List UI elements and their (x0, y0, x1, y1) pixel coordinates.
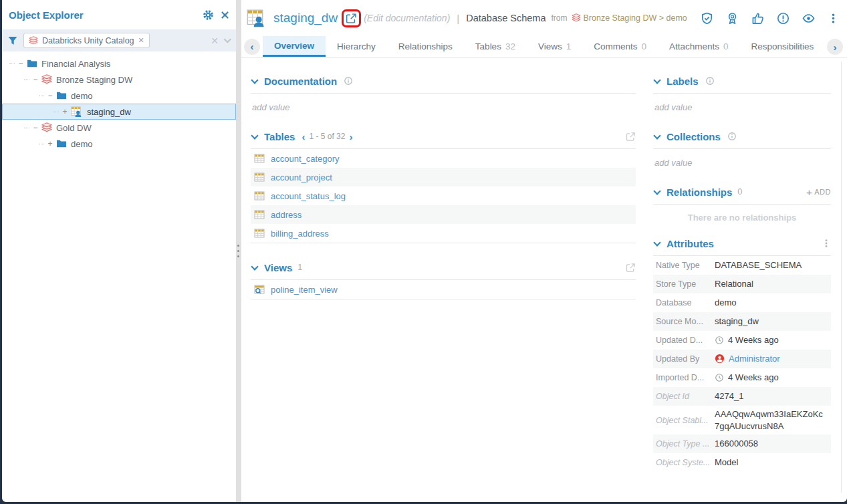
header-separator: | (457, 13, 459, 24)
layers-icon (41, 122, 52, 133)
pagination-prev[interactable]: ‹ (301, 132, 305, 142)
updated-by-user-link[interactable]: Administrator (715, 350, 783, 368)
object-explorer-header: Object Explorer (2, 0, 236, 29)
tab-views[interactable]: Views1 (527, 36, 582, 57)
tree-item-financial-analysis[interactable]: − Financial Analysis (2, 55, 236, 72)
views-count: 1 (297, 263, 302, 272)
tab-attachments[interactable]: Attachments0 (658, 36, 740, 57)
panel-splitter[interactable] (236, 0, 241, 502)
table-icon (254, 209, 265, 220)
alert-circle-icon[interactable] (777, 12, 790, 25)
tab-hierarchy[interactable]: Hierarchy (326, 36, 387, 57)
kebab-menu-icon[interactable] (828, 13, 839, 24)
object-type-label: Database Schema (466, 13, 546, 23)
attribute-row: Object Type ... 166000058 (653, 434, 831, 453)
breadcrumb[interactable]: Bronze Staging DW > demo (584, 13, 687, 23)
open-list-icon[interactable] (626, 132, 636, 142)
tab-tables[interactable]: Tables32 (464, 36, 527, 57)
tree-expander[interactable]: − (31, 123, 39, 132)
tab-responsibilities[interactable]: Responsibilities (740, 36, 822, 57)
chip-remove-icon[interactable]: ✕ (138, 36, 144, 45)
filter-dropdown-chevron-icon[interactable] (224, 35, 231, 43)
tree-item-demo[interactable]: − demo (2, 88, 236, 104)
thumbs-up-icon[interactable] (751, 12, 764, 25)
attribute-row: Updated D... 4 Weeks ago (653, 331, 831, 350)
schema-icon (71, 106, 83, 118)
open-in-new-icon[interactable] (346, 13, 357, 24)
table-row[interactable]: account_status_log (251, 186, 636, 205)
attribute-row: Object Stabl... AAAQqwAqwm33IaEKZoKc7gqA… (653, 406, 831, 434)
award-icon[interactable] (726, 12, 739, 25)
chevron-down-icon[interactable] (653, 187, 660, 195)
chevron-down-icon[interactable] (251, 76, 258, 84)
clock-icon (715, 373, 724, 382)
attribute-row: Source Mo... staging_dw (653, 312, 831, 331)
attribute-row: Object Id 4274_1 (653, 387, 831, 406)
folder-icon (27, 58, 37, 69)
chevron-down-icon[interactable] (653, 132, 660, 139)
view-row[interactable]: poline_item_view (251, 280, 636, 299)
table-row[interactable]: account_project (251, 168, 636, 186)
tab-scroll-right-button[interactable]: › (827, 39, 843, 55)
relationships-section: Relationships 0 + ADD There are no relat… (653, 186, 831, 223)
filter-bar: Databricks Unity Catalog ✕ ✕ (2, 29, 236, 51)
close-icon[interactable] (221, 11, 229, 19)
tree-item-bronze-staging-dw[interactable]: − Bronze Staging DW (2, 72, 236, 88)
section-title: Views (264, 262, 292, 273)
tree-item-demo-2[interactable]: + demo (2, 136, 236, 152)
pagination-text: 1 - 5 of 32 (309, 132, 345, 141)
attribute-row: Store Type Relational (653, 275, 831, 293)
attribute-row: Updated By Administrator (653, 350, 831, 368)
object-explorer-panel: Object Explorer Databricks Unity Catalog… (2, 0, 236, 502)
documentation-section: Documentation add value (251, 75, 636, 112)
attribute-row: Native Type DATABASE_SCHEMA (653, 256, 831, 275)
info-icon (705, 76, 715, 86)
tab-relationships[interactable]: Relationships (387, 36, 464, 57)
tree-expander[interactable]: + (46, 139, 54, 148)
tree-expander[interactable]: − (17, 59, 25, 68)
section-title: Tables (264, 131, 295, 142)
open-list-icon[interactable] (626, 263, 636, 273)
filter-funnel-icon[interactable] (7, 35, 18, 46)
chevron-down-icon[interactable] (653, 76, 660, 84)
info-icon (344, 76, 353, 86)
tree-expander[interactable]: + (61, 107, 69, 116)
chevron-down-icon[interactable] (653, 239, 660, 246)
collections-add-value[interactable]: add value (653, 149, 831, 168)
documentation-add-value[interactable]: add value (251, 94, 636, 112)
chevron-down-icon[interactable] (251, 263, 258, 270)
table-icon (254, 153, 265, 164)
attributes-section: Attributes Native Type DATABASE_SCHEMA S… (653, 237, 831, 472)
layers-icon (41, 74, 52, 85)
tree-item-staging-dw[interactable]: + staging_dw (2, 104, 236, 120)
table-row[interactable]: address (251, 205, 636, 224)
add-relationship-button[interactable]: + ADD (806, 187, 831, 197)
tab-overview[interactable]: Overview (263, 36, 326, 57)
tree-item-gold-dw[interactable]: − Gold DW (2, 120, 236, 136)
tree-expander[interactable]: − (46, 91, 54, 100)
chevron-down-icon[interactable] (251, 132, 258, 139)
attributes-menu-icon[interactable] (822, 239, 831, 248)
table-row[interactable]: billing_address (251, 224, 636, 243)
scrollbar-track[interactable] (841, 61, 842, 493)
eye-icon[interactable] (802, 12, 815, 25)
filter-chip[interactable]: Databricks Unity Catalog ✕ (23, 33, 150, 48)
filter-clear-icon[interactable]: ✕ (211, 35, 219, 46)
table-icon (254, 172, 265, 182)
object-explorer-title: Object Explorer (9, 9, 196, 21)
table-row[interactable]: account_category (251, 149, 636, 168)
gear-icon[interactable] (203, 9, 214, 21)
tree-item-label: demo (71, 91, 93, 101)
tab-scroll-left-button[interactable]: ‹ (244, 39, 260, 55)
shield-check-icon[interactable] (701, 12, 713, 25)
layers-icon (572, 13, 581, 23)
tables-section: Tables ‹ 1 - 5 of 32 › account_category (251, 130, 636, 243)
tab-comments[interactable]: Comments0 (582, 36, 658, 57)
edit-documentation-hint[interactable]: (Edit documentation) (364, 13, 450, 23)
pagination-next[interactable]: › (349, 132, 352, 142)
collections-section: Collections add value (653, 130, 831, 168)
tree-expander[interactable]: − (31, 75, 39, 84)
from-label: from (552, 13, 568, 23)
layers-icon (29, 36, 38, 45)
labels-add-value[interactable]: add value (653, 94, 831, 112)
